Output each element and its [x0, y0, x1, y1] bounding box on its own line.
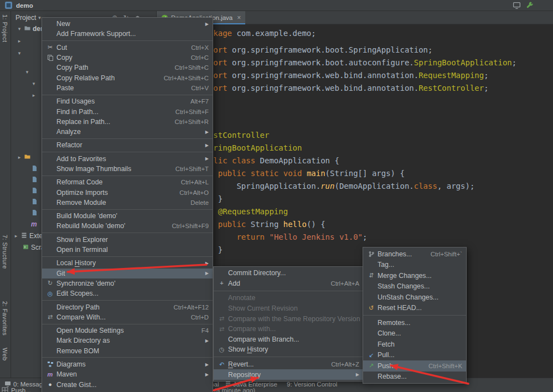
- menu-item-show-history[interactable]: ◷Show History: [214, 344, 363, 355]
- project-tree-row[interactable]: ▾: [17, 49, 22, 58]
- menu-item-analyze[interactable]: Analyze▶: [42, 127, 213, 137]
- toolbtn-version-control[interactable]: 9: Version Control: [287, 381, 337, 388]
- menu-item-open-in-terminal[interactable]: Open in Terminal: [42, 245, 213, 255]
- menu-item-copy-relative-path[interactable]: Copy Relative PathCtrl+Alt+Shift+C: [42, 73, 213, 82]
- menu-item-add[interactable]: +AddCtrl+Alt+A: [214, 278, 363, 289]
- menu-item-commit-directory[interactable]: Commit Directory...: [214, 268, 363, 278]
- code-line: public static void main(String[] args) {: [199, 167, 474, 180]
- tool-window-button-web[interactable]: Web: [2, 348, 8, 361]
- menu-item-build-module-demo[interactable]: Build Module 'demo': [42, 211, 213, 221]
- menu-item-optimize-imports[interactable]: Optimize ImportsCtrl+Alt+O: [42, 187, 213, 197]
- menu-item-fetch[interactable]: Fetch: [363, 339, 466, 350]
- menu-item-clone[interactable]: Clone...: [363, 328, 466, 339]
- menu-item-find-usages[interactable]: Find UsagesAlt+F7: [42, 96, 213, 106]
- menu-item-show-image-thumbnails[interactable]: Show Image ThumbnailsCtrl+Shift+T: [42, 164, 213, 174]
- menu-item-open-module-settings[interactable]: Open Module SettingsF4: [42, 326, 213, 336]
- chevron-expanded-icon[interactable]: ▾: [17, 50, 22, 56]
- project-tree-row[interactable]: ▸: [31, 91, 37, 100]
- menu-item-remove-bom[interactable]: Remove BOM: [42, 346, 213, 356]
- menu-item-rebase[interactable]: Rebase...: [363, 372, 466, 383]
- menu-item-label: Remove Module: [56, 199, 106, 207]
- menu-item-diagrams[interactable]: Diagrams▶: [42, 359, 213, 369]
- menu-item-reset-head[interactable]: ↺Reset HEAD...: [363, 303, 466, 314]
- menu-item-local-history[interactable]: Local History▶: [42, 258, 213, 268]
- menu-item-copy[interactable]: CopyCtrl+C: [42, 53, 213, 63]
- chevron-collapsed-icon[interactable]: ▸: [17, 38, 22, 44]
- menu-separator: [42, 209, 213, 210]
- menu-item-maven[interactable]: mMaven▶: [42, 369, 213, 379]
- menu-item-synchronize-demo[interactable]: ↻Synchronize 'demo': [42, 278, 213, 288]
- tool-window-button-project[interactable]: 1: Project: [2, 14, 8, 42]
- chevron-expanded-icon[interactable]: ▾: [17, 26, 22, 32]
- maven-icon: m: [45, 372, 55, 378]
- project-tree-row[interactable]: ▸: [17, 153, 31, 162]
- menu-item-revert[interactable]: ↶Revert...Ctrl+Alt+Z: [214, 359, 363, 370]
- menu-item-cut[interactable]: ✂CutCtrl+X: [42, 43, 213, 53]
- menu-item-unstash-changes[interactable]: UnStash Changes...: [363, 292, 466, 303]
- menu-item-refactor[interactable]: Refactor▶: [42, 140, 213, 150]
- menu-item-label: Revert...: [228, 360, 254, 368]
- shortcut-label: Delete: [190, 199, 209, 206]
- project-tree-row[interactable]: ▾: [31, 79, 37, 88]
- menu-item-show-current-revision[interactable]: Show Current Revision: [214, 303, 363, 314]
- wrench-icon[interactable]: [526, 1, 534, 9]
- menu-item-compare-with-branch[interactable]: Compare with Branch...: [214, 334, 363, 345]
- menu-item-label: Compare with the Same Repository Version: [228, 315, 360, 323]
- menu-item-git[interactable]: Git▶: [42, 269, 213, 278]
- menu-item-remotes[interactable]: Remotes...: [363, 317, 466, 328]
- project-tree-row[interactable]: [31, 209, 38, 218]
- scratch-icon: [22, 244, 29, 251]
- menu-item-label: Annotate: [228, 294, 255, 302]
- menu-item-show-in-explorer[interactable]: Show in Explorer: [42, 235, 213, 245]
- tool-window-button-favorites[interactable]: 2: Favorites: [2, 301, 8, 336]
- chevron-expanded-icon[interactable]: ▾: [31, 81, 37, 86]
- chevron-expanded-icon[interactable]: ▾: [24, 69, 30, 75]
- menu-item-compare-with[interactable]: ⇄Compare With...Ctrl+D: [42, 312, 213, 322]
- menu-item-compare-with[interactable]: ⇄Compare with...: [214, 324, 363, 334]
- menu-item-find-in-path[interactable]: Find in Path...Ctrl+Shift+F: [42, 106, 213, 116]
- project-tree-row[interactable]: [31, 187, 38, 195]
- menu-item-edit-scopes[interactable]: ◎Edit Scopes...: [42, 288, 213, 298]
- menu-item-directory-path[interactable]: Directory PathCtrl+Alt+F12: [42, 302, 213, 312]
- menu-item-mark-directory-as[interactable]: Mark Directory as▶: [42, 336, 213, 345]
- chevron-collapsed-icon[interactable]: ▸: [13, 233, 19, 239]
- chevron-collapsed-icon[interactable]: ▸: [31, 92, 37, 98]
- menu-item-replace-in-path[interactable]: Replace in Path...Ctrl+Shift+R: [42, 117, 213, 127]
- menu-item-label: Repository: [228, 371, 261, 379]
- project-tree-row[interactable]: ▾: [24, 68, 30, 76]
- menu-item-branches[interactable]: Branches...Ctrl+Shift+`: [363, 249, 466, 260]
- project-tree-row[interactable]: m: [31, 220, 37, 229]
- menu-item-add-to-favorites[interactable]: Add to Favorites▶: [42, 154, 213, 164]
- project-panel-title[interactable]: Project: [15, 14, 36, 22]
- menu-item-label: Branches...: [378, 250, 412, 258]
- tool-window-switcher-icon[interactable]: [2, 387, 8, 392]
- menu-item-add-framework-support[interactable]: Add Framework Support...: [42, 29, 213, 39]
- chevron-collapsed-icon[interactable]: ▸: [17, 154, 22, 160]
- menu-item-annotate[interactable]: Annotate: [214, 293, 363, 303]
- menu-item-new[interactable]: New▶: [42, 19, 213, 29]
- project-tree-row[interactable]: [31, 198, 38, 207]
- menu-item-label: Push...: [378, 362, 399, 370]
- menu-item-compare-with-the-same-repository-version[interactable]: ⇄Compare with the Same Repository Versio…: [214, 313, 363, 324]
- menu-item-pull[interactable]: ↙Pull...: [363, 350, 466, 361]
- menu-item-paste[interactable]: PasteCtrl+V: [42, 83, 213, 93]
- menu-item-merge-changes[interactable]: ⇵Merge Changes...: [363, 270, 466, 281]
- chevron-down-icon[interactable]: ▾: [38, 15, 41, 20]
- menu-item-copy-path[interactable]: Copy PathCtrl+Shift+C: [42, 63, 213, 73]
- menu-item-remove-module[interactable]: Remove ModuleDelete: [42, 198, 213, 208]
- menu-item-stash-changes[interactable]: Stash Changes...: [363, 281, 466, 292]
- context-menu-repository: Branches...Ctrl+Shift+`Tag...⇵Merge Chan…: [363, 247, 467, 384]
- menu-item-repository[interactable]: Repository▶: [214, 369, 363, 380]
- menu-item-rebuild-module-demo[interactable]: Rebuild Module 'demo'Ctrl+Shift+F9: [42, 221, 213, 231]
- menu-item-push[interactable]: ↗Push...Ctrl+Shift+K: [363, 360, 466, 372]
- project-tree-row[interactable]: [31, 176, 38, 184]
- project-tree-row[interactable]: [31, 164, 38, 173]
- tool-window-button-structure[interactable]: 7: Structure: [2, 235, 8, 269]
- project-tree-row[interactable]: ▸: [17, 37, 22, 45]
- menu-item-create-gist[interactable]: ●Create Gist...: [42, 380, 213, 390]
- folder-src-icon: [24, 153, 31, 161]
- menu-item-tag[interactable]: Tag...: [363, 260, 466, 271]
- close-tab-icon[interactable]: ×: [237, 14, 241, 22]
- monitor-icon[interactable]: [513, 1, 521, 9]
- menu-item-reformat-code[interactable]: Reformat CodeCtrl+Alt+L: [42, 177, 213, 187]
